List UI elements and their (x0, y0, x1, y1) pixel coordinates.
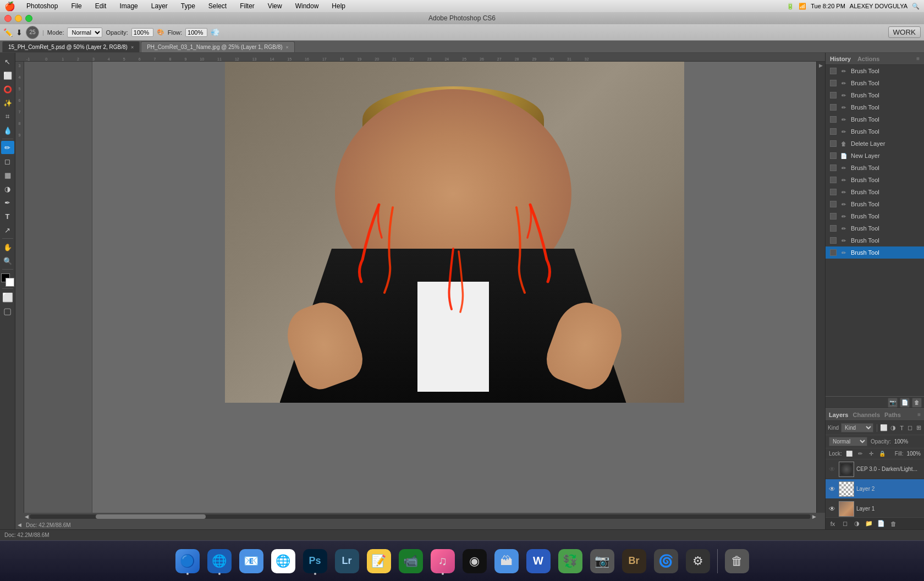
smartobj-filter-btn[interactable]: ⊞ (916, 424, 922, 432)
history-checkbox[interactable] (830, 68, 837, 74)
workspace-button[interactable]: WORK (888, 26, 921, 38)
tool-move[interactable]: ↖ (1, 55, 14, 68)
history-item-active[interactable]: ✏ Brush Tool (826, 246, 924, 259)
lock-position-btn[interactable]: ✛ (867, 450, 875, 458)
tool-marquee[interactable]: ⬜ (1, 69, 14, 82)
layer-visibility-toggle[interactable]: 👁 (828, 505, 837, 513)
mode-buttons[interactable]: ⬜ (1, 290, 14, 304)
layer-row-layer2[interactable]: 👁 Layer 2 (826, 479, 924, 499)
menu-help[interactable]: Help (329, 2, 348, 10)
tab2-close[interactable]: × (286, 45, 289, 50)
tool-dodge[interactable]: ◑ (1, 182, 14, 195)
history-title[interactable]: History (830, 56, 851, 62)
history-item[interactable]: ✏ Brush Tool (826, 101, 924, 113)
history-item[interactable]: ✏ Brush Tool (826, 162, 924, 174)
history-checkbox[interactable] (830, 140, 837, 147)
dock-itunes[interactable]: ♫ (428, 546, 458, 576)
layer-mask-btn[interactable]: ◻ (840, 519, 850, 529)
delete-history-btn[interactable]: 🗑 (912, 398, 922, 408)
lock-pixels-btn[interactable]: ✏ (856, 450, 864, 458)
scroll-thumb[interactable] (96, 514, 206, 519)
opacity-icon[interactable]: 🎨 (157, 29, 164, 36)
dock-currency[interactable]: 💱 (556, 546, 585, 576)
background-color[interactable] (6, 278, 14, 287)
dock-chrome[interactable]: 🌐 (268, 546, 298, 576)
history-item[interactable]: ✏ Brush Tool (826, 89, 924, 101)
paths-title[interactable]: Paths (884, 412, 901, 418)
canvas-main[interactable] (92, 62, 816, 513)
dock-lightroom[interactable]: Lr (332, 546, 362, 576)
history-item[interactable]: ✏ Brush Tool (826, 77, 924, 89)
menu-file[interactable]: File (69, 2, 84, 10)
layer-delete-btn[interactable]: 🗑 (888, 519, 898, 529)
scroll-left-btn[interactable]: ◀ (23, 513, 30, 520)
menu-window[interactable]: Window (293, 2, 321, 10)
dock-mail[interactable]: 📧 (237, 546, 266, 576)
history-checkbox[interactable] (830, 80, 837, 86)
mode-select[interactable]: Normal (67, 28, 102, 37)
menu-image[interactable]: Image (117, 2, 140, 10)
layers-list[interactable]: 👁 CEP 3.0 - Darken/Light... 👁 Layer 2 (826, 459, 924, 517)
menu-layer[interactable]: Layer (149, 2, 170, 10)
screen-mode-button[interactable]: ▢ (1, 304, 14, 317)
shape-filter-btn[interactable]: ◻ (907, 424, 913, 432)
menu-bar[interactable]: 🍎 Photoshop File Edit Image Layer Type S… (0, 0, 924, 12)
filter-type-select[interactable]: Kind (841, 423, 873, 432)
history-checkbox[interactable] (830, 177, 837, 183)
dock-bridge[interactable]: Br (619, 546, 649, 576)
scroll-right-btn[interactable]: ▶ (811, 513, 817, 520)
tool-eyedropper[interactable]: 💧 (1, 124, 14, 137)
dock-safari[interactable]: 🌐 (205, 546, 234, 576)
tool-magic-wand[interactable]: ✨ (1, 96, 14, 109)
layer-new-btn[interactable]: 📄 (876, 519, 886, 529)
history-item[interactable]: ✏ Brush Tool (826, 186, 924, 198)
pixel-filter-btn[interactable]: ⬜ (880, 424, 888, 432)
history-checkbox[interactable] (830, 249, 837, 256)
history-checkbox[interactable] (830, 213, 837, 220)
apple-menu[interactable]: 🍎 (4, 1, 15, 12)
blend-mode-select[interactable]: Normal (829, 437, 867, 446)
minimize-button[interactable] (15, 15, 22, 22)
tool-type[interactable]: T (1, 210, 14, 223)
history-item[interactable]: ✏ Brush Tool (826, 113, 924, 125)
tool-brush[interactable]: ✏ (1, 141, 14, 154)
layers-title[interactable]: Layers (829, 412, 848, 418)
layer-visibility-toggle[interactable]: 👁 (828, 485, 837, 494)
history-checkbox[interactable] (830, 116, 837, 123)
history-item[interactable]: ✏ Brush Tool (826, 198, 924, 210)
tool-options-icon[interactable]: ⬇ (16, 28, 23, 37)
history-item[interactable]: 🗑 Delete Layer (826, 138, 924, 150)
layer-adjustment-btn[interactable]: ◑ (852, 519, 862, 529)
layer-row-layer1[interactable]: 👁 Layer 1 (826, 499, 924, 517)
dock-app9[interactable]: 🌀 (651, 546, 681, 576)
tab-file2[interactable]: PH_ComRet_03_1_Name.jpg @ 25% (Layer 1, … (141, 41, 295, 52)
dock-photoshop[interactable]: Ps (300, 546, 330, 576)
close-button[interactable] (4, 15, 12, 22)
dock-app10[interactable]: ⚙ (683, 546, 713, 576)
tool-lasso[interactable]: ⭕ (1, 83, 14, 96)
history-menu[interactable]: ≡ (916, 56, 920, 62)
airbrush-icon[interactable]: 💨 (211, 28, 219, 36)
expand-icon[interactable]: ▶ (819, 63, 823, 68)
dock-facetime[interactable]: 📹 (396, 546, 426, 576)
tool-pen[interactable]: ✒ (1, 196, 14, 209)
canvas-nav-left[interactable]: ◀ (18, 522, 21, 528)
new-snapshot-btn[interactable]: 📷 (888, 398, 898, 408)
actions-title[interactable]: Actions (857, 56, 879, 62)
history-checkbox[interactable] (830, 201, 837, 207)
new-document-btn[interactable]: 📄 (900, 398, 910, 408)
layer-row-cep[interactable]: 👁 CEP 3.0 - Darken/Light... (826, 459, 924, 479)
dock-finder[interactable]: 🔵 (173, 546, 202, 576)
maximize-button[interactable] (25, 15, 32, 22)
opacity-input[interactable] (131, 28, 153, 37)
tool-gradient[interactable]: ▦ (1, 168, 14, 182)
tab-file1[interactable]: 15_PH_ComRet_5.psd @ 50% (Layer 2, RGB/8… (2, 41, 140, 52)
tool-eraser[interactable]: ◻ (1, 155, 14, 168)
dock-aperture[interactable]: ◉ (460, 546, 490, 576)
tool-crop[interactable]: ⌗ (1, 110, 14, 123)
history-checkbox[interactable] (830, 152, 837, 159)
tab1-close[interactable]: × (131, 45, 134, 50)
canvas-image[interactable] (225, 62, 684, 403)
history-checkbox[interactable] (830, 165, 837, 171)
type-filter-btn[interactable]: T (899, 424, 905, 432)
